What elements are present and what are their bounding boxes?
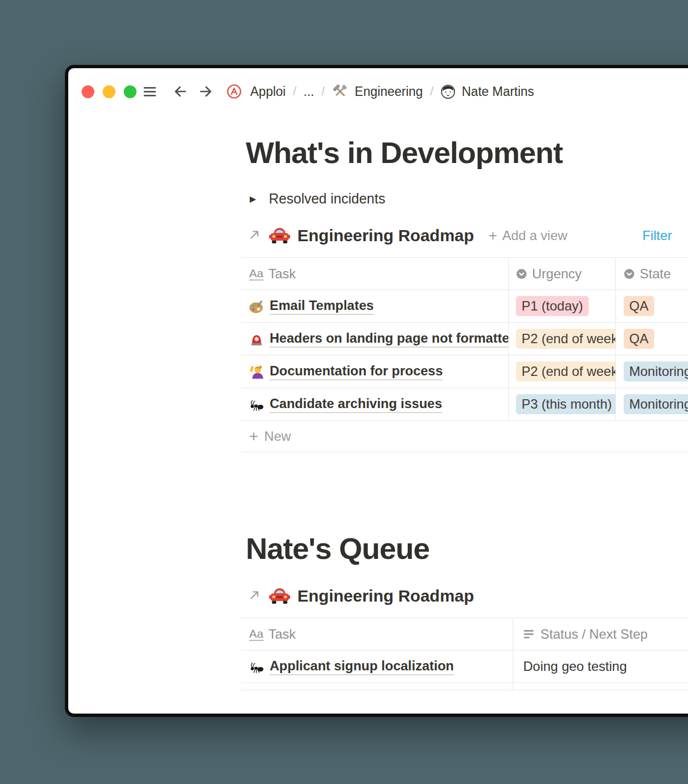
task-page-link[interactable]: Headers on landing page not formatted [270,330,509,348]
status-cell[interactable]: Doing geo testing [513,650,688,683]
state-cell[interactable]: QA [616,323,688,355]
person-raising-hand-icon [249,364,264,379]
man-avatar-icon [441,84,456,99]
select-property-icon [624,268,635,279]
engineering-roadmap-table: Aa Task Urgency State Email Templa [241,257,688,452]
breadcrumb-separator: / [321,84,325,99]
header-state[interactable]: State [616,258,688,289]
breadcrumb-current-page[interactable]: Nate Martins [441,84,534,99]
notion-window: Apploi / ... / Engineering / Nate Martin… [65,65,688,717]
state-badge: QA [624,296,654,316]
urgency-cell[interactable]: P2 (end of week) [509,355,616,388]
toggle-label: Resolved incidents [269,191,386,207]
open-page-arrow-icon[interactable] [248,588,261,604]
apploi-logo-icon[interactable] [226,84,242,99]
collection-header-queue: Engineering Roadmap [248,584,672,608]
window-content: Apploi / ... / Engineering / Nate Martin… [68,68,688,714]
palette-icon [249,299,264,314]
breadcrumb-collapsed-pages[interactable]: ... [303,84,314,99]
task-page-link[interactable]: Applicant signup localization [270,658,454,675]
sidebar-menu-icon[interactable] [143,86,156,98]
urgency-cell[interactable]: P1 (today) [509,290,616,322]
table-row: Applicant signup localization Doing geo … [241,650,688,683]
urgency-cell[interactable]: P2 (end of week) [509,323,616,355]
text-property-icon [523,629,535,640]
hammer-wrench-icon [332,83,348,100]
title-property-icon: Aa [249,267,264,281]
breadcrumb-parent-label: Engineering [355,84,423,99]
add-a-view-label: Add a view [502,228,567,243]
state-cell[interactable]: Monitoring [616,388,688,420]
new-row-label: New [264,429,291,444]
page-title-dev: What's in Development [246,137,563,169]
page-title-queue: Nate's Queue [246,533,429,564]
table-row: Documentation for process P2 (end of wee… [241,355,688,388]
plus-icon: + [249,429,258,444]
car-icon [269,586,291,607]
open-page-arrow-icon[interactable] [248,228,261,243]
ant-icon [249,659,264,674]
police-light-icon [249,332,264,347]
collection-title[interactable]: Engineering Roadmap [297,226,474,245]
task-cell[interactable]: Candidate archiving issues [241,388,509,420]
table-row: Headers on landing page not formatted P2… [241,323,688,355]
task-cell[interactable]: Email Templates [241,290,509,322]
breadcrumb-workspace[interactable]: Apploi [250,84,286,99]
traffic-light-minimize-button[interactable] [103,85,115,98]
header-task[interactable]: Aa Task [241,618,513,650]
breadcrumb-parent-page[interactable]: Engineering [332,83,423,100]
table-header-row: Aa Task Urgency State [241,258,688,290]
urgency-badge: P3 (this month) [516,394,616,414]
task-cell[interactable]: Headers on landing page not formatted [241,323,509,355]
urgency-badge: P1 (today) [516,296,589,316]
task-cell[interactable]: Applicant signup localization [241,650,513,683]
state-cell[interactable]: QA [616,290,688,322]
plus-icon: + [488,228,497,243]
new-row-button[interactable]: + New [241,421,688,452]
nates-queue-table: Aa Task Status / Next Step Applicant sig… [241,618,688,690]
ant-icon [249,397,264,412]
breadcrumb-separator: / [430,84,433,99]
table-row: Candidate archiving issues P3 (this mont… [241,388,688,421]
status-value: Doing geo testing [523,659,627,674]
table-row: Email Templates P1 (today) QA [241,290,688,323]
new-row: + New [241,421,688,452]
collection-title[interactable]: Engineering Roadmap [297,587,474,605]
partial-row [241,683,688,690]
state-badge: Monitoring [624,394,688,414]
state-badge: Monitoring [624,362,688,381]
forward-arrow-icon[interactable] [198,83,214,100]
task-page-link[interactable]: Candidate archiving issues [270,396,442,413]
traffic-light-close-button[interactable] [82,85,94,98]
state-badge: QA [624,329,654,349]
filter-button[interactable]: Filter [643,228,672,243]
titlebar: Apploi / ... / Engineering / Nate Martin… [82,83,534,100]
header-task[interactable]: Aa Task [241,258,509,289]
select-property-icon [516,268,527,279]
add-a-view-button[interactable]: + Add a view [488,228,567,243]
task-cell[interactable]: Documentation for process [241,355,509,388]
resolved-incidents-toggle[interactable]: ▶ Resolved incidents [250,191,385,207]
task-page-link[interactable]: Documentation for process [270,363,443,380]
table-header-row: Aa Task Status / Next Step [241,618,688,650]
back-arrow-icon[interactable] [172,83,189,100]
title-property-icon: Aa [249,628,264,641]
traffic-light-zoom-button[interactable] [124,85,136,98]
urgency-badge: P2 (end of week) [516,329,616,349]
car-icon [269,226,291,246]
breadcrumb-current-label: Nate Martins [462,84,534,99]
header-status[interactable]: Status / Next Step [513,618,688,650]
toggle-triangle-icon[interactable]: ▶ [250,195,256,203]
urgency-cell[interactable]: P3 (this month) [509,388,616,420]
collection-header-dev: Engineering Roadmap + Add a view Filter [248,223,672,248]
state-cell[interactable]: Monitoring [616,355,688,388]
breadcrumb-separator: / [293,84,296,99]
urgency-badge: P2 (end of week) [516,362,616,381]
task-page-link[interactable]: Email Templates [270,298,374,315]
header-urgency[interactable]: Urgency [509,258,616,289]
